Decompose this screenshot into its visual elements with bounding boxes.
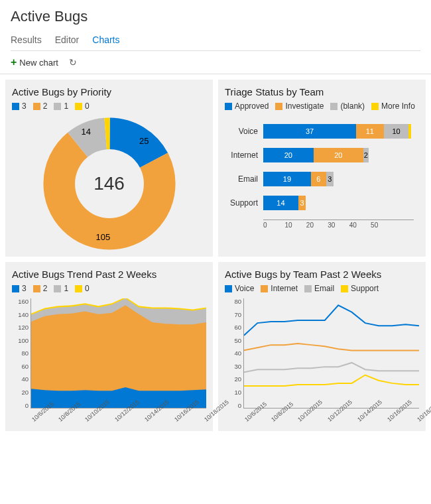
legend-label: 2 xyxy=(43,101,48,111)
new-chart-button[interactable]: + New chart xyxy=(11,56,58,68)
tile-title: Active Bugs by Priority xyxy=(12,86,206,97)
tick: 140 xyxy=(12,312,31,318)
legend-label: 3 xyxy=(22,101,27,111)
bar-track: 19 6 3 xyxy=(263,172,414,186)
tick: 0 xyxy=(263,221,284,229)
donut-value-2: 105 xyxy=(96,232,111,242)
x-axis: 10/6/2015 10/8/2015 10/10/2015 10/12/201… xyxy=(31,414,206,424)
tick: 60 xyxy=(12,363,31,370)
bar-track: 14 3 xyxy=(263,196,414,210)
bar-seg: 20 xyxy=(314,148,364,162)
legend-item: 0 xyxy=(75,284,90,293)
legend-item: Investigate xyxy=(275,101,324,111)
tick: 80 xyxy=(225,298,243,305)
legend: Approved Investigate (blank) More Info xyxy=(225,101,419,111)
bar-category: Support xyxy=(225,198,263,208)
refresh-icon: ↻ xyxy=(69,57,77,68)
legend-label: 1 xyxy=(64,284,68,293)
legend-item: 2 xyxy=(33,284,48,293)
legend-label: 1 xyxy=(64,101,68,111)
legend-item: Approved xyxy=(225,101,269,111)
donut-value-3: 25 xyxy=(139,136,149,146)
legend-label: Email xyxy=(314,284,334,293)
swatch-icon xyxy=(12,285,19,292)
legend-label: 0 xyxy=(85,101,90,111)
legend-label: Internet xyxy=(271,284,298,293)
legend-label: 0 xyxy=(85,284,90,293)
bar-category: Internet xyxy=(225,151,263,160)
tick: 10 xyxy=(284,221,306,229)
tab-charts[interactable]: Charts xyxy=(92,34,119,50)
tile-byteam: Active Bugs by Team Past 2 Weeks Voice I… xyxy=(218,262,426,431)
tick xyxy=(393,221,414,229)
tick: 80 xyxy=(12,350,31,357)
bar-seg: 20 xyxy=(263,148,314,162)
tile-title: Active Bugs Trend Past 2 Weeks xyxy=(12,269,206,280)
bar-row-voice: Voice 37 11 10 xyxy=(225,124,414,139)
legend-label: Approved xyxy=(235,101,269,111)
page-title: Active Bugs xyxy=(11,8,420,25)
swatch-icon xyxy=(304,285,312,292)
swatch-icon xyxy=(225,285,232,292)
refresh-button[interactable]: ↻ xyxy=(69,57,77,68)
donut-total: 146 xyxy=(93,173,125,194)
tick: 120 xyxy=(12,324,31,331)
legend-item: 0 xyxy=(75,101,90,111)
tick: 40 xyxy=(349,221,371,229)
legend-item: Internet xyxy=(261,284,298,293)
y-axis: 0 20 40 60 80 100 120 140 160 xyxy=(12,298,31,409)
bar-seg xyxy=(408,124,411,139)
tile-trend: Active Bugs Trend Past 2 Weeks 3 2 1 0 0… xyxy=(5,262,213,431)
swatch-icon xyxy=(75,285,82,292)
tick: 40 xyxy=(225,350,243,357)
legend-item: 2 xyxy=(33,101,48,111)
legend-item: 3 xyxy=(12,101,27,111)
new-chart-label: New chart xyxy=(19,58,58,68)
tick: 50 xyxy=(225,338,243,344)
bar-seg: 3 xyxy=(326,172,334,186)
bar-seg: 14 xyxy=(263,196,298,210)
swatch-icon xyxy=(225,103,232,110)
legend-item: 1 xyxy=(54,101,68,111)
swatch-icon xyxy=(75,103,82,110)
tick: 70 xyxy=(225,312,243,318)
tick: 60 xyxy=(225,324,243,331)
legend-label: (blank) xyxy=(340,101,365,111)
swatch-icon xyxy=(33,103,40,110)
tile-title: Triage Status by Team xyxy=(225,86,419,97)
bar-seg: 3 xyxy=(298,196,306,210)
tab-results[interactable]: Results xyxy=(11,34,42,50)
tile-triage: Triage Status by Team Approved Investiga… xyxy=(218,80,426,257)
swatch-icon xyxy=(54,103,61,110)
plot-area xyxy=(31,298,206,409)
area-chart: 0 20 40 60 80 100 120 140 160 10/6/2015 … xyxy=(12,298,206,424)
tick: 10 xyxy=(225,389,243,396)
legend-label: Voice xyxy=(235,284,254,293)
swatch-icon xyxy=(261,285,268,292)
legend: Voice Internet Email Support xyxy=(225,284,419,293)
x-axis: 10/6/2015 10/8/2015 10/10/2015 10/12/201… xyxy=(243,414,419,424)
bar-row-support: Support 14 3 xyxy=(225,196,414,210)
donut-chart: 146 25 105 14 xyxy=(43,117,176,250)
swatch-icon xyxy=(54,285,61,292)
legend-item: Support xyxy=(341,284,379,293)
tick: 160 xyxy=(12,298,31,305)
swatch-icon xyxy=(330,103,338,110)
tab-editor[interactable]: Editor xyxy=(55,34,80,50)
tick: 100 xyxy=(12,338,31,344)
plus-icon: + xyxy=(11,56,17,68)
legend-label: 3 xyxy=(22,284,27,293)
bar-category: Voice xyxy=(225,127,263,136)
legend-item: 1 xyxy=(54,284,68,293)
bar-seg: 10 xyxy=(384,124,409,139)
swatch-icon xyxy=(33,285,40,292)
bar-category: Email xyxy=(225,174,263,184)
bar-seg: 11 xyxy=(356,124,384,139)
legend-item: 3 xyxy=(12,284,27,293)
swatch-icon xyxy=(371,103,379,110)
bar-track: 37 11 10 xyxy=(263,124,414,139)
tick: 20 xyxy=(12,389,31,396)
x-axis: 0 10 20 30 40 50 xyxy=(263,220,414,229)
tick: 0 xyxy=(12,403,31,409)
legend-item: Email xyxy=(304,284,334,293)
